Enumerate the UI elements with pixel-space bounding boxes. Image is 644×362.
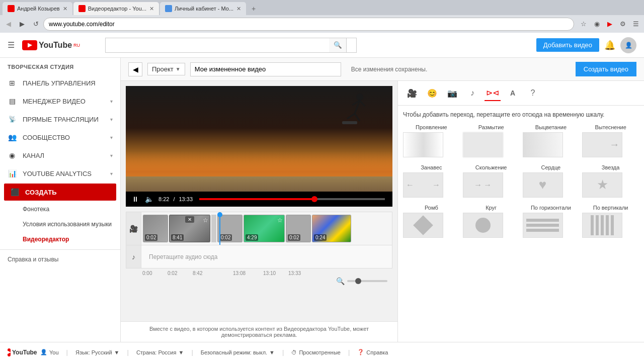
address-bar[interactable] xyxy=(43,18,574,31)
trans-row3-items xyxy=(403,213,639,239)
extension-icon-2[interactable]: ▶ xyxy=(604,19,615,30)
trans-label-скольжение: Скольжение xyxy=(463,164,520,170)
search-container: 🔍 xyxy=(95,38,347,53)
project-title-input[interactable] xyxy=(190,62,341,76)
menu-icon[interactable]: ☰ xyxy=(630,19,641,30)
trans-row2-items: ← → → → xyxy=(403,172,639,199)
trans-item-ромб[interactable] xyxy=(403,213,443,239)
tool-photo[interactable]: 📷 xyxy=(444,85,460,101)
footer-safemode-label: Безопасный режим: выкл. xyxy=(201,349,267,355)
footer-country-arrow: ▼ xyxy=(178,349,184,355)
sidebar-item-community[interactable]: 👥 СООБЩЕСТВО ▾ xyxy=(0,128,120,146)
trans-thumb-горизонтали xyxy=(523,213,563,238)
sidebar-sub-phonoteka[interactable]: Фонотека xyxy=(0,202,120,217)
trans-item-круг[interactable] xyxy=(463,213,503,239)
trans-row1-items: → xyxy=(403,132,639,158)
total-time: 13:33 xyxy=(179,196,193,202)
extension-icon-3[interactable]: ⚙ xyxy=(617,19,628,30)
trans-item-вытеснение[interactable]: → xyxy=(582,132,622,158)
tab-close-3[interactable]: ✕ xyxy=(236,6,241,12)
bookmark-icon[interactable]: ☆ xyxy=(578,19,589,30)
tab-title-3: Личный кабинет - Мо... xyxy=(175,6,233,12)
footer-user-icon: 👤 xyxy=(40,349,47,355)
trans-item-горизонтали[interactable] xyxy=(523,213,563,239)
project-label: Проект xyxy=(152,65,174,73)
footer-language[interactable]: Язык: Русский ▼ xyxy=(75,349,120,355)
footer-user[interactable]: 👤 You xyxy=(40,349,59,355)
sidebar-item-live[interactable]: 📡 ПРЯМЫЕ ТРАНСЛЯЦИИ ▾ xyxy=(0,110,120,128)
audio-drop-zone[interactable]: Перетащите аудио сюда xyxy=(141,245,392,268)
search-button[interactable]: 🔍 xyxy=(329,38,347,53)
trans-item-выцветание[interactable] xyxy=(523,132,563,158)
clip-duration-5: 0:02 xyxy=(288,234,300,241)
footer-help[interactable]: ❓ Справка xyxy=(357,349,388,355)
sidebar-sub-video-editor[interactable]: Видеоредактор xyxy=(0,232,120,247)
tool-camera[interactable]: 🎥 xyxy=(404,85,420,101)
trans-label-гориз: По горизонтали xyxy=(523,205,580,211)
zoom-slider[interactable] xyxy=(347,280,387,282)
sidebar-label-create: СОЗДАТЬ xyxy=(25,189,57,196)
notification-icon[interactable]: 🔔 xyxy=(604,40,615,51)
bottom-info: Вместе с видео, в котором используется к… xyxy=(121,321,397,342)
footer-language-label: Язык: Русский xyxy=(75,349,112,355)
tool-music[interactable]: ♪ xyxy=(464,85,480,101)
reload-button[interactable]: ↺ xyxy=(30,18,42,30)
timeline-clip-5[interactable]: 0:02 xyxy=(286,215,311,242)
tab-close-1[interactable]: ✕ xyxy=(63,6,67,12)
footer-history-label: Просмотренные xyxy=(299,349,341,355)
progress-bar[interactable] xyxy=(199,198,385,200)
sidebar-item-panel[interactable]: ⊞ ПАНЕЛЬ УПРАВЛЕНИЯ xyxy=(0,74,120,92)
timeline-clip-3[interactable]: 0:02 xyxy=(217,215,243,242)
browser-tab-3[interactable]: Личный кабинет - Мо... ✕ xyxy=(160,2,246,15)
timeline-clip-4[interactable]: 4:29 ☆ xyxy=(244,215,285,242)
search-input[interactable] xyxy=(105,38,357,53)
extension-icon-1[interactable]: ◉ xyxy=(591,19,602,30)
hamburger-menu[interactable]: ☰ xyxy=(8,40,15,50)
clip-delete-2[interactable]: ✕ xyxy=(185,216,194,223)
sidebar-footer-help[interactable]: Справка и отзывы xyxy=(0,252,120,266)
tab-close-2[interactable]: ✕ xyxy=(149,6,154,12)
add-video-button[interactable]: Добавить видео xyxy=(536,38,599,52)
sidebar-item-channel[interactable]: ◉ КАНАЛ ▾ xyxy=(0,146,120,164)
timeline-clip-2[interactable]: 8:41 ☆ ✕ xyxy=(169,215,210,242)
trans-item-сердце[interactable]: ♥ xyxy=(523,172,563,199)
footer-country[interactable]: Страна: Россия ▼ xyxy=(136,349,184,355)
sidebar-item-create[interactable]: ⬛ СОЗДАТЬ xyxy=(4,184,116,201)
footer-safemode[interactable]: Безопасный режим: выкл. ▼ xyxy=(201,349,275,355)
sidebar-item-video-manager[interactable]: ▤ МЕНЕДЖЕР ВИДЕО ▾ xyxy=(0,92,120,110)
timeline-clip-1[interactable]: 0:02 xyxy=(143,215,168,242)
footer-history[interactable]: ⏱ Просмотренные xyxy=(291,349,341,355)
user-avatar[interactable]: 👤 xyxy=(620,37,636,53)
trans-item-скольжение[interactable]: → → xyxy=(463,172,503,199)
trans-thumb-круг xyxy=(463,213,503,238)
create-video-button[interactable]: Создать видео xyxy=(576,62,636,76)
trans-item-размытие[interactable] xyxy=(463,132,503,158)
footer-logo[interactable]: ▶ YouTube xyxy=(8,344,33,360)
tool-help[interactable]: ? xyxy=(525,85,541,101)
tool-emoji[interactable]: 😊 xyxy=(424,85,440,101)
browser-tab-1[interactable]: Андрей Козырев ✕ xyxy=(3,2,72,15)
volume-button[interactable]: 🔈 xyxy=(144,194,154,204)
sidebar-sub-terms[interactable]: Условия использования музыки xyxy=(0,217,120,232)
new-tab-button[interactable]: + xyxy=(247,2,260,15)
forward-button[interactable]: ▶ xyxy=(16,18,28,30)
tool-transitions[interactable]: ⊳⊲ xyxy=(485,85,501,101)
timeline-clip-6[interactable]: 0:24 xyxy=(312,215,351,242)
project-dropdown[interactable]: Проект ▼ xyxy=(147,63,185,75)
sidebar-item-analytics[interactable]: 📊 YOUTUBE ANALYTICS ▾ xyxy=(0,164,120,183)
zoom-thumb xyxy=(355,278,361,284)
back-button[interactable]: ◀ xyxy=(3,18,15,30)
youtube-logo[interactable]: ▶ YouTubeRU xyxy=(22,40,80,50)
panel-icon: ⊞ xyxy=(8,78,17,87)
tool-text[interactable]: A xyxy=(505,85,521,101)
browser-tab-2[interactable]: Видеоредактор - You... ✕ xyxy=(73,2,159,15)
trans-item-занавес[interactable]: ← → xyxy=(403,172,443,199)
trans-item-вертикали[interactable] xyxy=(582,213,622,239)
trans-item-звезда[interactable]: ★ xyxy=(582,172,622,199)
clip-duration-6: 0:24 xyxy=(314,234,327,241)
editor-back-button[interactable]: ◀ xyxy=(128,62,142,76)
trans-label-ромб: Ромб xyxy=(403,205,460,211)
trans-item-proявление[interactable] xyxy=(403,132,443,158)
analytics-arrow: ▾ xyxy=(110,171,113,176)
pause-button[interactable]: ⏸ xyxy=(131,194,140,204)
